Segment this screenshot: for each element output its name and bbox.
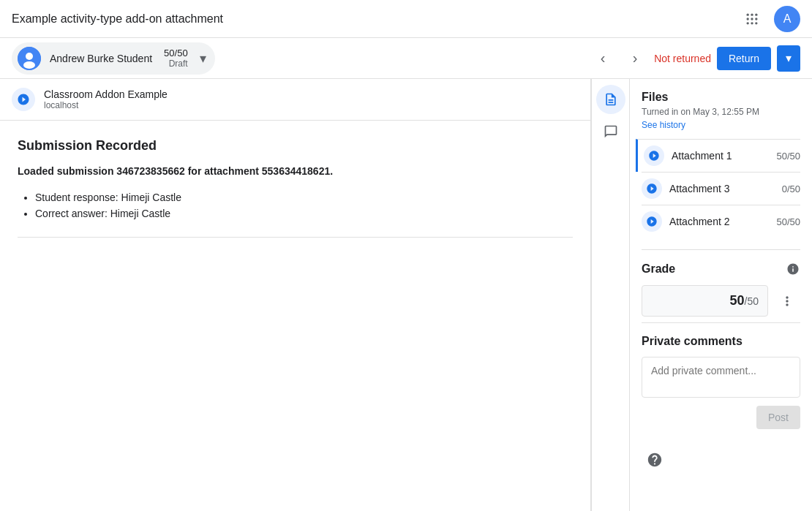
right-section: Files Turned in on May 3, 12:55 PM See h…	[591, 79, 812, 511]
attachment-3-name: Attachment 3	[669, 183, 775, 194]
attachment-item-2[interactable]: Attachment 2 50/50	[642, 205, 800, 238]
attachment-1-name: Attachment 1	[672, 150, 769, 162]
apps-icon-button[interactable]	[739, 6, 765, 32]
student-bar-right: ‹ › Not returned Return ▾	[590, 45, 800, 72]
grade-input-box[interactable]: 50 /50	[642, 285, 768, 317]
attachment-1-icon	[644, 145, 664, 166]
grade-header: Grade	[642, 262, 800, 276]
see-history-link[interactable]: See history	[642, 120, 800, 130]
main-layout: Classroom Addon Example localhost Submis…	[0, 79, 812, 511]
help-icon[interactable]	[642, 447, 668, 473]
next-student-button[interactable]: ›	[622, 45, 648, 72]
attachment-item-1[interactable]: Attachment 1 50/50	[636, 139, 800, 172]
private-comments-title: Private comments	[642, 335, 800, 348]
attachment-item-3[interactable]: Attachment 3 0/50	[642, 172, 800, 205]
grade-value: 50	[730, 293, 745, 309]
return-dropdown-button[interactable]: ▾	[777, 45, 800, 72]
attachment-2-name: Attachment 2	[669, 216, 769, 227]
svg-point-2	[755, 13, 757, 15]
attachment-3-icon	[642, 178, 662, 199]
svg-point-4	[751, 18, 753, 20]
svg-point-10	[26, 53, 33, 60]
submission-details-list: Student response: Himeji Castle Correct …	[18, 192, 573, 219]
panel-content: Files Turned in on May 3, 12:55 PM See h…	[630, 79, 812, 511]
student-score: 50/50	[164, 48, 188, 58]
svg-point-7	[751, 22, 753, 24]
addon-info: Classroom Addon Example localhost	[44, 88, 168, 110]
grade-title: Grade	[642, 262, 675, 276]
top-bar-actions: A	[739, 6, 800, 32]
top-bar: Example activity-type add-on attachment …	[0, 0, 812, 38]
grade-section: Grade 50 /50	[642, 249, 800, 317]
files-title: Files	[642, 91, 800, 104]
detail-item-2: Correct answer: Himeji Castle	[35, 208, 573, 219]
addon-icon	[12, 88, 35, 111]
student-name: Andrew Burke Student	[50, 53, 152, 64]
grade-more-options-icon[interactable]	[774, 288, 800, 314]
not-returned-status: Not returned	[654, 53, 711, 64]
attachment-3-score: 0/50	[782, 183, 800, 194]
student-bar: Andrew Burke Student 50/50 Draft ▾ ‹ › N…	[0, 38, 812, 79]
attachment-1-score: 50/50	[776, 151, 800, 162]
private-comment-input[interactable]	[642, 357, 800, 398]
submission-description: Loaded submission 346723835662 for attac…	[18, 165, 573, 177]
page-title: Example activity-type add-on attachment	[12, 12, 223, 26]
svg-point-11	[23, 61, 35, 69]
files-section: Files Turned in on May 3, 12:55 PM See h…	[642, 91, 800, 238]
svg-point-5	[755, 18, 757, 20]
detail-item-1: Student response: Himeji Castle	[35, 192, 573, 203]
attachment-2-icon	[642, 211, 662, 232]
addon-host: localhost	[44, 100, 168, 110]
student-dropdown-icon: ▾	[200, 50, 206, 67]
svg-point-0	[747, 13, 749, 15]
prev-student-button[interactable]: ‹	[590, 45, 616, 72]
user-avatar[interactable]: A	[774, 6, 800, 32]
submission-title: Submission Recorded	[18, 138, 573, 154]
grade-input-row: 50 /50	[642, 285, 800, 317]
svg-point-6	[747, 22, 749, 24]
content-area: Submission Recorded Loaded submission 34…	[0, 121, 590, 511]
addon-name: Classroom Addon Example	[44, 88, 168, 100]
content-divider	[18, 237, 573, 238]
student-draft-status: Draft	[169, 58, 188, 69]
student-avatar	[18, 47, 41, 70]
addon-header: Classroom Addon Example localhost	[0, 79, 590, 121]
left-panel: Classroom Addon Example localhost Submis…	[0, 79, 591, 511]
student-selector[interactable]: Andrew Burke Student 50/50 Draft ▾	[12, 42, 215, 75]
svg-point-1	[751, 13, 753, 15]
grade-info-icon[interactable]	[786, 262, 800, 276]
grade-denominator: /50	[745, 295, 759, 307]
attachment-2-score: 50/50	[776, 216, 800, 227]
return-button[interactable]: Return	[717, 47, 771, 70]
svg-point-3	[747, 18, 749, 20]
sidebar-icon-strip	[592, 79, 630, 511]
bottom-help-area	[642, 447, 800, 473]
post-btn-row: Post	[642, 400, 800, 429]
post-comment-button[interactable]: Post	[756, 406, 800, 429]
private-comments-section: Private comments Post	[642, 322, 800, 429]
svg-point-8	[755, 22, 757, 24]
turned-in-text: Turned in on May 3, 12:55 PM	[642, 107, 800, 117]
comments-tab-icon[interactable]	[596, 117, 625, 146]
files-tab-icon[interactable]	[596, 85, 625, 114]
